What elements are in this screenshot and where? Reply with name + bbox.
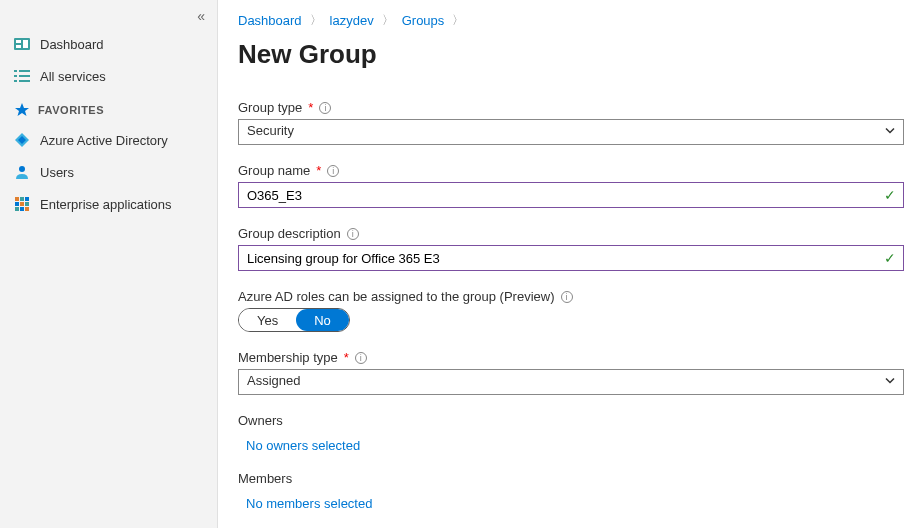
dashboard-icon [14,36,30,52]
sidebar-item-all-services[interactable]: All services [0,60,217,92]
sidebar-label: Enterprise applications [40,197,172,212]
collapse-sidebar-button[interactable]: « [0,4,217,28]
info-icon[interactable]: i [327,165,339,177]
members-heading: Members [238,471,904,486]
label-group-type: Group type [238,100,302,115]
svg-marker-10 [15,103,29,116]
info-icon[interactable]: i [347,228,359,240]
star-icon [14,102,30,118]
svg-rect-17 [15,202,19,206]
svg-rect-19 [25,202,29,206]
field-group-type: Group type * i Security [238,100,904,145]
sidebar-item-aad[interactable]: Azure Active Directory [0,124,217,156]
chevron-right-icon: 〉 [452,12,464,29]
list-icon [14,68,30,84]
apps-icon [14,196,30,212]
chevron-right-icon: 〉 [382,12,394,29]
field-ad-roles: Azure AD roles can be assigned to the gr… [238,289,904,332]
svg-rect-5 [19,70,30,72]
svg-rect-4 [14,70,17,72]
aad-icon [14,132,30,148]
page-title: New Group [238,39,904,70]
users-icon [14,164,30,180]
label-group-description: Group description [238,226,341,241]
ad-roles-toggle: Yes No [238,308,350,332]
required-asterisk: * [308,100,313,115]
label-ad-roles: Azure AD roles can be assigned to the gr… [238,289,555,304]
breadcrumb: Dashboard 〉 lazydev 〉 Groups 〉 [238,12,904,29]
svg-rect-6 [14,75,17,77]
svg-rect-18 [20,202,24,206]
svg-rect-22 [25,207,29,211]
sidebar: « Dashboard All services FAVORITES Azure… [0,0,218,528]
svg-rect-16 [25,197,29,201]
svg-rect-20 [15,207,19,211]
owners-selector-link[interactable]: No owners selected [238,436,368,455]
label-membership-type: Membership type [238,350,338,365]
svg-point-13 [19,166,25,172]
sidebar-label: Azure Active Directory [40,133,168,148]
svg-rect-21 [20,207,24,211]
info-icon[interactable]: i [319,102,331,114]
svg-rect-2 [23,40,28,48]
group-name-input[interactable] [238,182,904,208]
svg-rect-3 [16,45,21,48]
field-group-name: Group name * i ✓ [238,163,904,208]
sidebar-item-enterprise-apps[interactable]: Enterprise applications [0,188,217,220]
main-content: Dashboard 〉 lazydev 〉 Groups 〉 New Group… [218,0,924,528]
sidebar-item-dashboard[interactable]: Dashboard [0,28,217,60]
field-group-description: Group description i ✓ [238,226,904,271]
group-description-input[interactable] [238,245,904,271]
sidebar-item-users[interactable]: Users [0,156,217,188]
svg-rect-7 [19,75,30,77]
breadcrumb-link-dashboard[interactable]: Dashboard [238,13,302,28]
ad-roles-yes[interactable]: Yes [239,309,296,331]
required-asterisk: * [344,350,349,365]
svg-rect-14 [15,197,19,201]
sidebar-label: Users [40,165,74,180]
breadcrumb-link-groups[interactable]: Groups [402,13,445,28]
sidebar-label: All services [40,69,106,84]
svg-rect-15 [20,197,24,201]
required-asterisk: * [316,163,321,178]
owners-heading: Owners [238,413,904,428]
svg-rect-1 [16,40,21,43]
svg-rect-8 [14,80,17,82]
svg-rect-9 [19,80,30,82]
breadcrumb-link-lazydev[interactable]: lazydev [330,13,374,28]
chevron-right-icon: 〉 [310,12,322,29]
members-selector-link[interactable]: No members selected [238,494,380,513]
info-icon[interactable]: i [561,291,573,303]
favorites-heading: FAVORITES [0,92,217,124]
membership-type-select[interactable]: Assigned [238,369,904,395]
label-group-name: Group name [238,163,310,178]
group-type-select[interactable]: Security [238,119,904,145]
ad-roles-no[interactable]: No [296,309,349,331]
info-icon[interactable]: i [355,352,367,364]
field-membership-type: Membership type * i Assigned [238,350,904,395]
sidebar-label: Dashboard [40,37,104,52]
